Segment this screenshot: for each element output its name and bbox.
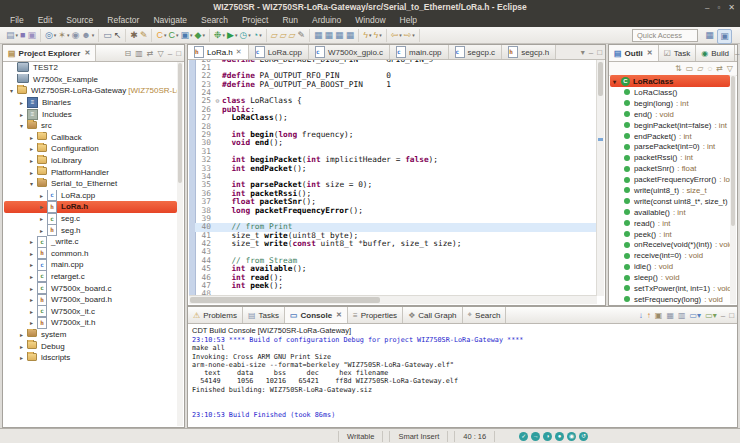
menu-edit[interactable]: Edit (31, 14, 60, 27)
outline-member-packetrssi[interactable]: packetRssi() : int (610, 152, 730, 163)
view-menu-icon[interactable]: ▽ (158, 49, 164, 58)
previous-item-icon[interactable]: ↑ (647, 311, 651, 320)
new-class-icon[interactable]: C▾ (156, 29, 166, 42)
outline-member-packetsnr[interactable]: packetSnr() : float (610, 163, 730, 174)
new-wizard-icon[interactable]: ▤▾ (6, 29, 18, 42)
expand-arrow-icon[interactable]: ▸ (37, 227, 46, 234)
expand-arrow-icon[interactable]: ▸ (27, 296, 36, 303)
toggle-view-2-icon[interactable]: ▦ (325, 29, 334, 42)
outline-member-end[interactable]: end() : void (610, 109, 730, 120)
outline-member-onreceive-void-int[interactable]: onReceive(void(*)(int)) : void (610, 239, 730, 250)
expand-arrow-icon[interactable]: ▸ (17, 354, 26, 361)
collapse-all-icon[interactable]: ⊟ (125, 49, 132, 58)
tree-item-callback[interactable]: ▸Callback (4, 132, 177, 144)
toggle-view-1-icon[interactable]: ▦ (314, 29, 323, 42)
quick-access-input[interactable]: Quick Access (632, 29, 698, 42)
tree-item-w7500x-board-h[interactable]: ▸hW7500x_board.h (4, 294, 177, 306)
tree-item-platformhandler[interactable]: ▸PlatformHandler (4, 166, 177, 178)
open-console-icon[interactable]: ▭ (103, 29, 112, 42)
sort-icon[interactable]: ⇅ (675, 64, 682, 73)
tree-item-seg-c[interactable]: ▸cseg.c (4, 213, 177, 225)
code-viewport[interactable]: 20#define LORA_DEFAULT_DIO0_PIN GPIO_PIN… (189, 60, 597, 296)
next-item-icon[interactable]: ↓ (639, 311, 643, 320)
minimize-view-icon[interactable]: ‒ (168, 49, 172, 58)
outline-member-receive-int-0[interactable]: receive(int=0) : void (610, 250, 730, 261)
tree-item-w7500x-board-c[interactable]: ▸cW7500x_board.c (4, 282, 177, 294)
outline-member-begin-long[interactable]: begin(long) : int (610, 98, 730, 109)
tree-item-w7500x-example[interactable]: W7500x_Example (4, 74, 177, 86)
console-output[interactable]: CDT Build Console [WIZ750SR-LoRa-Gateway… (189, 324, 736, 426)
status-undo-icon[interactable]: ↺ (579, 432, 588, 441)
menu-navigate[interactable]: Navigate (146, 14, 194, 27)
fold-marker-icon[interactable]: ⊖ (213, 97, 222, 105)
coverage-icon[interactable]: ◔▾ (253, 29, 262, 42)
collapse-arrow-icon[interactable]: ▾ (27, 180, 36, 187)
editor-horizontal-scrollbar[interactable] (189, 295, 597, 304)
tree-item-wiz750sr-lora-gateway[interactable]: ▾WIZ750SR-LoRa-Gateway [WIZ750SR-LoRa-Ga… (4, 85, 177, 97)
editor-vertical-scrollbar[interactable] (596, 60, 604, 296)
tree-item-main-cpp[interactable]: ▸cmain.cpp (4, 259, 177, 271)
tree-item-includes[interactable]: ▸≡Includes (4, 108, 177, 120)
expand-arrow-icon[interactable]: ▸ (27, 308, 36, 315)
tree-item-lora-cpp[interactable]: ▸cLoRa.cpp (4, 190, 177, 202)
expand-arrow-icon[interactable]: ▸ (27, 261, 36, 268)
outline-member-setfrequency-long[interactable]: setFrequency(long) : void (610, 294, 730, 304)
clear-console-icon[interactable]: ▦ (666, 311, 674, 320)
tab-console[interactable]: ▭Console✕ (285, 307, 348, 323)
pointer-icon[interactable]: ↖ (114, 29, 122, 42)
expand-arrow-icon[interactable]: ▸ (27, 134, 36, 141)
expand-arrow-icon[interactable]: ▸ (27, 145, 36, 152)
scroll-lock-icon[interactable]: ▥ (678, 311, 686, 320)
expand-arrow-icon[interactable]: ▸ (17, 343, 26, 350)
outline-member-beginpacket-int-false[interactable]: beginPacket(int=false) : int (610, 120, 730, 131)
expand-arrow-icon[interactable]: ▸ (17, 111, 26, 118)
menu-run[interactable]: Run (275, 14, 305, 27)
outline-member-endpacket[interactable]: endPacket() : int (610, 131, 730, 142)
tab-search[interactable]: ⌖Search (463, 307, 507, 323)
tab-task[interactable]: ☑Task (659, 45, 697, 61)
maximize-icon[interactable]: ▫ (717, 3, 720, 12)
tree-item-test2[interactable]: TEST2 (4, 62, 177, 74)
expand-arrow-icon[interactable]: ▸ (17, 99, 26, 106)
status-check-icon[interactable]: ✓ (519, 432, 528, 441)
outline-member-idle[interactable]: idle() : void (610, 261, 730, 272)
menu-window[interactable]: Window (348, 14, 392, 27)
close-icon[interactable]: ✕ (728, 3, 735, 12)
tree-item-binaries[interactable]: ▸≡Binaries (4, 97, 177, 109)
tree-item-iolibrary[interactable]: ▸ioLibrary (4, 155, 177, 167)
minimize-view-icon[interactable]: ‒ (721, 311, 725, 320)
outline-scrollbar[interactable] (730, 75, 736, 304)
expand-arrow-icon[interactable]: ▸ (27, 169, 36, 176)
tree-item-w7500x-it-h[interactable]: ▸hW7500x_it.h (4, 317, 177, 329)
expand-arrow-icon[interactable]: ▸ (37, 192, 46, 199)
new-source-file-icon[interactable]: ▣▾ (180, 29, 192, 42)
outline-member-write-const-uint8-t-size-t[interactable]: write(const uint8_t*, size_t) : size_t (610, 196, 730, 207)
open-console-icon[interactable]: ▭▾ (705, 311, 717, 320)
status-dot-icon[interactable]: ● (555, 432, 564, 441)
outline-class-loraclass[interactable]: ▾CLoRaClass (610, 75, 730, 87)
outline-member-loraclass[interactable]: LoRaClass() (610, 87, 730, 98)
expand-arrow-icon[interactable]: ▸ (27, 238, 36, 245)
menu-source[interactable]: Source (59, 14, 100, 27)
minimize-editor-icon[interactable]: ‒ (589, 48, 593, 57)
outline-member-write-uint8-t[interactable]: write(uint8_t) : size_t (610, 185, 730, 196)
close-view-icon[interactable]: ✕ (336, 311, 342, 319)
expand-arrow-icon[interactable]: ▸ (37, 203, 46, 210)
collapse-arrow-icon[interactable]: ▾ (613, 78, 621, 85)
toggle-view-3-icon[interactable]: ▦ (335, 29, 344, 42)
next-edit-icon[interactable]: ϟ▾ (373, 29, 381, 42)
debug-icon[interactable]: ❉▾ (214, 29, 225, 42)
link-with-editor-icon[interactable]: ⇄ (716, 64, 723, 73)
tree-item-retarget-c[interactable]: ▸cretarget.c (4, 271, 177, 283)
menu-project[interactable]: Project (235, 14, 275, 27)
project-tree-scrollbar[interactable] (177, 62, 183, 426)
tree-item-lora-h[interactable]: ▸hLoRa.h (4, 201, 177, 213)
tab-outli[interactable]: ▤Outli✕ (609, 45, 659, 61)
new-cpp-project-icon[interactable]: ◆▾ (195, 29, 205, 42)
lock-icon[interactable]: ◉ (71, 29, 79, 42)
last-edit-icon[interactable]: ϟ▾ (363, 29, 371, 42)
collapse-arrow-icon[interactable]: ▾ (17, 122, 26, 129)
status-ring-icon[interactable]: ◉ (567, 432, 576, 441)
tree-item-seg-h[interactable]: ▸hseg.h (4, 224, 177, 236)
minimize-icon[interactable]: – (705, 3, 709, 12)
